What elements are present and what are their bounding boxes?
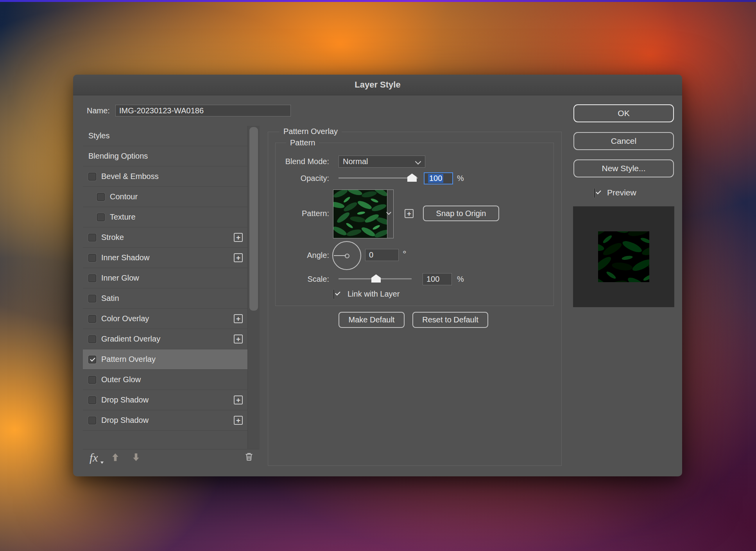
sidebar-item-drop-shadow[interactable]: Drop Shadow [83,390,248,410]
sidebar-item-label: Blending Options [88,152,148,161]
style-enable-checkbox[interactable] [88,417,96,424]
sidebar-item-bevel-emboss[interactable]: Bevel & Emboss [83,166,248,187]
reset-to-default-button[interactable]: Reset to Default [412,312,488,328]
angle-value: 0 [369,250,373,259]
ok-button[interactable]: OK [573,104,674,122]
sidebar-item-label: Styles [88,131,109,140]
blend-mode-value: Normal [343,157,368,166]
preview-checkbox[interactable] [594,188,595,198]
angle-dial[interactable] [332,241,361,270]
style-enable-checkbox[interactable] [88,396,96,404]
opacity-value: 100 [428,174,443,183]
style-enable-checkbox[interactable] [88,173,96,181]
add-instance-plus-icon[interactable] [234,314,243,323]
style-enable-checkbox[interactable] [88,234,96,242]
opacity-input[interactable]: 100 [424,172,453,184]
sidebar-item-label: Drop Shadow [101,416,149,425]
sidebar-item-blending-options[interactable]: Blending Options [83,146,248,166]
move-style-up-icon[interactable] [110,452,120,462]
style-enable-checkbox[interactable] [97,213,105,221]
sidebar-item-inner-glow[interactable]: Inner Glow [83,268,248,288]
add-instance-plus-icon[interactable] [234,335,243,343]
preview-thumbnail-box [573,206,674,307]
leaf-pattern-image [333,190,387,238]
delete-style-trash-icon[interactable] [244,452,254,462]
sidebar-item-contour[interactable]: Contour [83,187,248,207]
scale-unit: % [457,273,464,285]
sidebar-item-label: Outer Glow [101,375,141,384]
sidebar-item-satin[interactable]: Satin [83,288,248,309]
dialog-titlebar[interactable]: Layer Style [73,75,682,95]
panel-section-title: Pattern Overlay [279,126,342,136]
layer-name-value: IMG-20230123-WA0186 [119,106,204,115]
angle-label: Angle: [251,249,329,261]
pattern-label: Pattern: [251,208,329,220]
sidebar-item-label: Satin [101,294,119,303]
scale-label: Scale: [251,273,329,285]
pattern-thumbnail[interactable] [333,190,387,238]
style-enable-checkbox[interactable] [88,295,96,302]
add-instance-plus-icon[interactable] [234,395,243,404]
sidebar-item-texture[interactable]: Texture [83,207,248,227]
sidebar-item-label: Contour [110,192,138,201]
sidebar-item-inner-shadow[interactable]: Inner Shadow [83,248,248,268]
style-enable-checkbox[interactable] [88,356,96,363]
preview-pattern [598,231,649,282]
preview-label: Preview [607,188,636,197]
style-enable-checkbox[interactable] [88,254,96,262]
move-style-down-icon[interactable] [131,452,141,462]
chevron-down-icon [386,210,391,215]
layer-name-input[interactable]: IMG-20230123-WA0186 [115,105,291,116]
sidebar-item-label: Inner Glow [101,274,139,283]
sidebar-item-color-overlay[interactable]: Color Overlay [83,309,248,329]
opacity-slider-track[interactable] [339,177,418,179]
scale-value: 100 [426,275,439,284]
sidebar-item-pattern-overlay[interactable]: Pattern Overlay [83,349,248,370]
layer-style-dialog: Layer Style Name: IMG-20230123-WA0186 St… [73,75,682,476]
sidebar-item-stroke[interactable]: Stroke [83,227,248,248]
style-enable-checkbox[interactable] [97,193,105,201]
fx-caret-icon [100,462,104,464]
link-with-layer-label: Link with Layer [348,289,399,299]
style-enable-checkbox[interactable] [88,274,96,282]
sidebar-item-label: Color Overlay [101,314,149,323]
style-enable-checkbox[interactable] [88,335,96,343]
sidebar-item-styles[interactable]: Styles [83,126,248,146]
style-enable-checkbox[interactable] [88,376,96,384]
add-instance-plus-icon[interactable] [234,233,243,242]
make-default-button[interactable]: Make Default [339,312,405,328]
snap-to-origin-button[interactable]: Snap to Origin [423,206,499,221]
sidebar-item-drop-shadow[interactable]: Drop Shadow [83,410,248,431]
styles-list: StylesBlending OptionsBevel & EmbossCont… [83,126,248,431]
link-with-layer-checkbox[interactable] [333,290,334,299]
pattern-picker-well[interactable] [333,190,394,238]
sidebar-item-label: Gradient Overlay [101,335,160,343]
fx-icon[interactable]: fx [90,451,98,464]
sidebar-item-outer-glow[interactable]: Outer Glow [83,370,248,390]
add-instance-plus-icon[interactable] [234,416,243,425]
chevron-down-icon [415,159,421,165]
sidebar-item-gradient-overlay[interactable]: Gradient Overlay [83,329,248,349]
sidebar-item-label: Drop Shadow [101,395,149,404]
dialog-title: Layer Style [355,80,400,90]
new-pattern-plus-button[interactable] [405,209,414,218]
blend-mode-select[interactable]: Normal [339,156,425,168]
wallpaper-top-edge [0,0,756,2]
sidebar-item-label: Stroke [101,233,124,242]
pattern-group-title: Pattern [286,138,319,148]
blend-mode-label: Blend Mode: [251,156,329,168]
pattern-dropdown-strip[interactable] [387,190,393,238]
name-label: Name: [87,104,110,117]
cancel-button[interactable]: Cancel [573,132,674,150]
leaf-pattern-image [598,231,649,282]
opacity-unit: % [457,172,464,184]
style-enable-checkbox[interactable] [88,315,96,323]
add-instance-plus-icon[interactable] [234,253,243,262]
opacity-label: Opacity: [251,172,329,184]
scale-input[interactable]: 100 [423,273,452,285]
new-style-button[interactable]: New Style... [573,159,674,177]
angle-input[interactable]: 0 [365,249,399,261]
sidebar-item-label: Inner Shadow [101,253,149,262]
angle-unit: ° [403,248,407,260]
sidebar-item-label: Pattern Overlay [101,355,156,364]
